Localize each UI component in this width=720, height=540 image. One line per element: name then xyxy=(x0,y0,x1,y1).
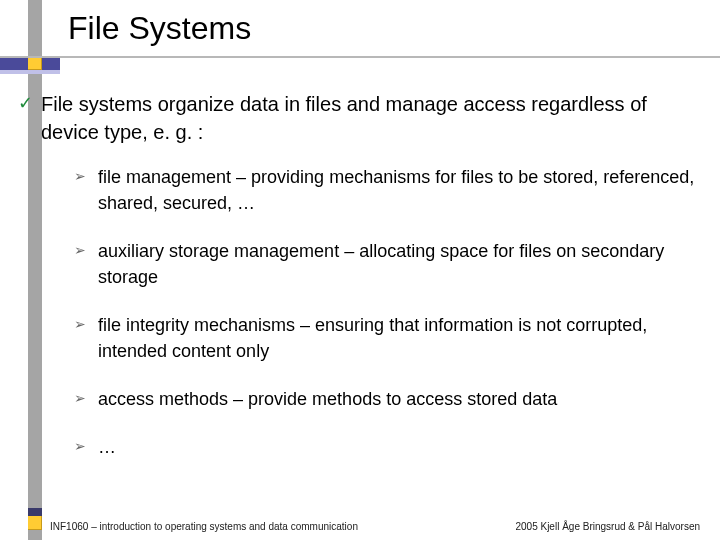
yellow-square-bottom xyxy=(28,516,42,530)
subpoints: ➢ file management – providing mechanisms… xyxy=(74,164,702,460)
slide: File Systems ✓ File systems organize dat… xyxy=(0,0,720,540)
checkmark-icon: ✓ xyxy=(18,90,33,116)
yellow-square-top xyxy=(28,56,42,70)
bullet-text: … xyxy=(98,434,116,460)
bullet-text: auxiliary storage management – allocatin… xyxy=(98,238,702,290)
intro-text: File systems organize data in files and … xyxy=(41,90,708,146)
arrow-icon: ➢ xyxy=(74,312,86,336)
arrow-icon: ➢ xyxy=(74,386,86,410)
list-item: ➢ … xyxy=(74,434,702,460)
arrow-icon: ➢ xyxy=(74,434,86,458)
arrow-icon: ➢ xyxy=(74,238,86,262)
footer: INF1060 – introduction to operating syst… xyxy=(50,521,700,532)
title-underline xyxy=(0,56,720,58)
horizontal-light-stripe xyxy=(0,70,60,74)
bullet-text: file integrity mechanisms – ensuring tha… xyxy=(98,312,702,364)
list-item: ➢ auxiliary storage management – allocat… xyxy=(74,238,702,290)
list-item: ➢ access methods – provide methods to ac… xyxy=(74,386,702,412)
list-item: ➢ file integrity mechanisms – ensuring t… xyxy=(74,312,702,364)
footer-right: 2005 Kjell Åge Bringsrud & Pål Halvorsen xyxy=(515,521,700,532)
bullet-text: access methods – provide methods to acce… xyxy=(98,386,557,412)
footer-left: INF1060 – introduction to operating syst… xyxy=(50,521,358,532)
list-item: ➢ file management – providing mechanisms… xyxy=(74,164,702,216)
bullet-text: file management – providing mechanisms f… xyxy=(98,164,702,216)
slide-content: ✓ File systems organize data in files an… xyxy=(18,90,708,482)
intro-bullet: ✓ File systems organize data in files an… xyxy=(18,90,708,146)
slide-title: File Systems xyxy=(68,10,251,47)
bottom-blue-bar xyxy=(28,508,42,516)
arrow-icon: ➢ xyxy=(74,164,86,188)
